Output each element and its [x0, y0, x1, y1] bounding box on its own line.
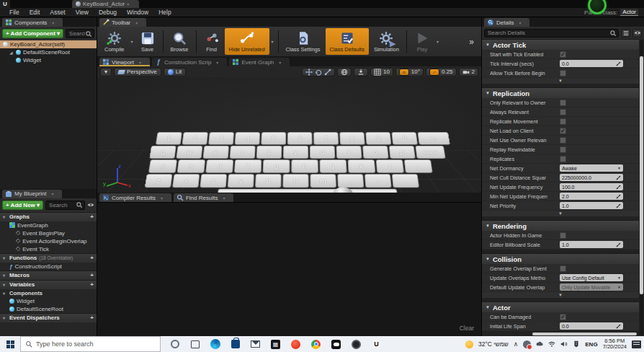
keyboard-key[interactable]: 6 — [287, 132, 313, 144]
keyboard-space-key[interactable]: Space — [217, 189, 398, 193]
volume-icon[interactable] — [560, 340, 568, 348]
chevron-down-icon[interactable]: ▾ — [130, 39, 135, 44]
menu-item-file[interactable]: File — [4, 9, 24, 16]
blueprint-section-functions[interactable]: ▾Functions(18 Overridable)+ — [0, 253, 97, 263]
keyboard-key[interactable]: z — [145, 174, 173, 188]
coordinate-space-button[interactable] — [337, 68, 352, 76]
components-search[interactable] — [66, 29, 94, 38]
store-icon[interactable] — [230, 339, 241, 350]
notification-badge-icon[interactable] — [523, 340, 531, 348]
task-view-icon[interactable] — [189, 339, 200, 350]
components-search-input[interactable] — [69, 30, 85, 37]
wheel-app-icon[interactable] — [351, 339, 362, 350]
keyboard-key[interactable]: 3 — [208, 132, 234, 144]
epic-games-icon[interactable] — [573, 340, 580, 348]
rotation-snap-button[interactable]: 10° — [395, 68, 424, 76]
drag-spinner-icon[interactable] — [616, 203, 621, 208]
menu-item-help[interactable]: Help — [153, 9, 176, 16]
add-icon[interactable]: + — [90, 255, 94, 261]
menu-item-debug[interactable]: Debug — [94, 9, 122, 16]
scale-snap-value[interactable]: 0.25 — [442, 69, 453, 75]
save-button[interactable]: Save — [135, 28, 160, 55]
keyboard-key[interactable]: t — [256, 146, 282, 159]
keyboard-key[interactable]: x — [172, 174, 200, 188]
asset-tab[interactable]: KeyBoard_Actor ▾ — [72, 0, 139, 8]
tab-compiler-results[interactable]: Compiler Results▾ — [99, 193, 171, 202]
dropdown-select[interactable]: Awake▼ — [560, 164, 623, 172]
add-icon[interactable]: + — [90, 314, 94, 321]
blueprint-item[interactable]: ƒConstructionScript — [0, 263, 97, 270]
keyboard-key[interactable]: v — [228, 174, 254, 188]
tab-viewport[interactable]: Viewport▾ — [99, 58, 150, 66]
pill-app-icon[interactable] — [331, 339, 341, 350]
checkbox-checked[interactable]: ✓ — [560, 314, 566, 320]
eye-icon[interactable] — [87, 201, 94, 208]
tab-find-results[interactable]: Find Results▾ — [174, 193, 233, 202]
camera-speed-button[interactable]: 2 — [459, 68, 478, 76]
section-header[interactable]: ▼Actor Tick — [482, 39, 639, 50]
onedrive-icon[interactable] — [536, 340, 543, 348]
component-tree-item[interactable]: KeyBoard_Actor(self) — [0, 40, 97, 48]
scale-snap-button[interactable]: 0.25 — [426, 68, 457, 76]
tab-construction-scrip[interactable]: ƒConstruction Scrip▾ — [152, 58, 227, 66]
expander-arrow-icon[interactable]: ◢ — [9, 50, 14, 55]
checkbox[interactable] — [560, 156, 566, 162]
scale-icon[interactable] — [324, 69, 331, 76]
dark-app-icon[interactable]: ▦ — [270, 339, 281, 350]
viewport-3d[interactable]: 1234567890<-qwertyuiopCapsasdfghjkl;zxcv… — [97, 77, 481, 193]
numeric-input[interactable]: 2.0 — [560, 193, 623, 200]
hidden-icons-chevron[interactable]: ∧ — [514, 340, 519, 348]
keyboard-key[interactable]: - — [365, 174, 392, 188]
clear-button[interactable]: Clear — [460, 325, 474, 332]
simulation-button[interactable]: ▶Simulation — [370, 28, 403, 55]
edge-icon[interactable] — [210, 339, 220, 350]
keyboard-key[interactable]: 9 — [365, 132, 391, 144]
cortana-icon[interactable] — [169, 339, 180, 350]
checkbox-checked[interactable]: ✓ — [560, 128, 566, 134]
tab-components[interactable]: Components ▾ — [2, 18, 63, 27]
keyboard-key[interactable]: h — [291, 159, 318, 172]
add-icon[interactable]: + — [90, 281, 94, 288]
add-icon[interactable]: + — [90, 272, 94, 278]
move-icon[interactable] — [305, 69, 313, 76]
keyboard-key[interactable]: <- — [417, 132, 450, 144]
section-expander-button[interactable]: ▼ — [482, 211, 639, 216]
add-new-button[interactable]: + Add New ▾ — [2, 201, 43, 210]
numeric-input[interactable]: 0.0 — [560, 322, 623, 330]
keyboard-key[interactable]: 8 — [339, 132, 365, 144]
chevron-down-icon[interactable]: ▾ — [270, 39, 275, 44]
keyboard-key[interactable]: 4 — [235, 132, 260, 144]
viewport-options-button[interactable]: ▾ — [100, 68, 112, 76]
taskbar-search-input[interactable] — [36, 340, 156, 348]
menu-item-window[interactable]: Window — [122, 9, 153, 16]
keyboard-key[interactable]: . — [392, 174, 419, 188]
numeric-input[interactable]: 0.0 — [560, 60, 623, 67]
blueprint-section-macros[interactable]: ▾Macros+ — [0, 270, 97, 280]
checkbox[interactable] — [560, 70, 566, 76]
class-defaults-button[interactable]: Class Defaults — [326, 28, 369, 55]
numeric-input[interactable]: 1.0 — [560, 202, 623, 209]
section-expander-button[interactable]: ▼ — [482, 78, 639, 84]
keyboard-3d-model[interactable]: 1234567890<-qwertyuiopCapsasdfghjkl;zxcv… — [142, 132, 452, 193]
keyboard-key[interactable]: p — [389, 146, 416, 159]
drag-spinner-icon[interactable] — [616, 242, 621, 247]
rotate-icon[interactable] — [315, 69, 322, 76]
section-header[interactable]: ▼Collision — [482, 253, 639, 264]
numeric-input[interactable]: 100.0 — [560, 183, 623, 190]
section-expander-button[interactable]: ▼ — [482, 292, 639, 298]
checkbox[interactable] — [560, 118, 566, 125]
checkbox[interactable] — [560, 137, 566, 144]
tab-details[interactable]: Details ▾ — [484, 18, 529, 27]
blueprint-item[interactable]: ◇Event ActorBeginOverlap — [0, 237, 97, 245]
surface-snap-button[interactable] — [354, 68, 368, 76]
keyboard-key[interactable]: y — [283, 146, 308, 159]
details-horizontal-scrollbar[interactable] — [532, 333, 637, 335]
keyboard-key[interactable]: c — [200, 174, 227, 188]
network-icon[interactable] — [548, 340, 555, 348]
keyboard-key[interactable]: 2 — [182, 132, 208, 144]
section-header[interactable]: ▼Rendering — [482, 220, 639, 231]
blueprint-section-graphs[interactable]: ▾Graphs+ — [0, 212, 97, 221]
camera-speed-value[interactable]: 2 — [472, 69, 475, 75]
keyboard-key[interactable]: b — [255, 174, 282, 188]
blueprint-item[interactable]: Widget — [0, 297, 97, 305]
